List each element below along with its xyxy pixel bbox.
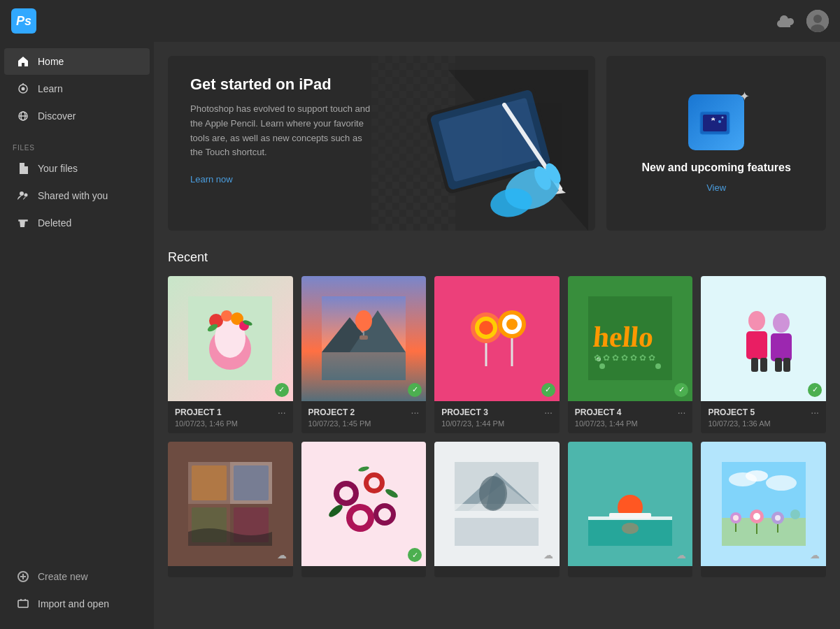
- file-thumb-project10: ☁: [701, 442, 826, 567]
- file-thumb-project4: hello ✿ ✿ ✿ ✿ ✿ ✿ ✿ ✓: [568, 276, 693, 401]
- svg-point-9: [20, 191, 24, 196]
- sidebar-learn-label: Learn: [38, 83, 63, 94]
- file-card-project10[interactable]: ☁: [701, 442, 826, 578]
- file-card-project8[interactable]: ☁: [434, 442, 560, 578]
- sidebar-shared-label: Shared with you: [38, 190, 108, 201]
- svg-rect-45: [322, 352, 406, 380]
- sidebar-files-section: FILES Your files S: [0, 136, 154, 243]
- cloud-sync-icon[interactable]: [774, 10, 797, 32]
- file-header-2: PROJECT 2 ···: [308, 407, 420, 418]
- svg-point-4: [22, 87, 25, 91]
- file-status-check-7: ✓: [408, 548, 422, 562]
- file-status-check-3: ✓: [541, 383, 555, 397]
- svg-rect-48: [360, 335, 368, 340]
- file-card-project1[interactable]: ✓ PROJECT 1 ··· 10/07/23, 1:46 PM: [168, 276, 293, 433]
- svg-rect-78: [234, 465, 269, 500]
- file-thumb-project6: ☁: [168, 442, 293, 567]
- banner-side: ✦ New and upcoming features View: [606, 56, 826, 231]
- sidebar-import-open-button[interactable]: Import and open: [4, 591, 150, 617]
- sidebar-nav-section: Home Learn: [0, 48, 154, 136]
- file-card-project6[interactable]: ☁: [168, 442, 293, 578]
- file-menu-3[interactable]: ···: [544, 407, 553, 418]
- files-section-label: FILES: [0, 136, 154, 154]
- file-status-check-4: ✓: [674, 383, 688, 397]
- sidebar-item-home[interactable]: Home: [4, 48, 150, 75]
- file-date-2: 10/07/23, 1:45 PM: [308, 419, 420, 428]
- banner-area: Get started on iPad Photoshop has evolve…: [168, 56, 826, 231]
- sidebar-item-learn[interactable]: Learn: [4, 75, 150, 102]
- svg-point-110: [746, 470, 768, 482]
- file-card-project4[interactable]: hello ✿ ✿ ✿ ✿ ✿ ✿ ✿ ✓ PROJECT 4 ··· 10/0…: [568, 276, 693, 433]
- files-grid-row1: ✓ PROJECT 1 ··· 10/07/23, 1:46 PM: [168, 276, 826, 433]
- topbar-left: Ps: [11, 8, 36, 34]
- svg-rect-81: [322, 462, 406, 546]
- file-card-project7[interactable]: ✓: [301, 442, 427, 578]
- file-status-check-5: ✓: [808, 383, 822, 397]
- file-card-project2[interactable]: ✓ PROJECT 2 ··· 10/07/23, 1:45 PM: [301, 276, 427, 433]
- svg-point-118: [775, 515, 781, 521]
- file-thumb-project7: ✓: [301, 442, 427, 567]
- svg-rect-72: [783, 358, 790, 372]
- file-thumb-project5: ✓: [701, 276, 826, 401]
- user-avatar[interactable]: [806, 10, 829, 32]
- svg-point-46: [355, 310, 372, 331]
- files-grid-row2: ☁: [168, 442, 826, 578]
- file-info-project1: PROJECT 1 ··· 10/07/23, 1:46 PM: [168, 401, 293, 433]
- svg-rect-71: [775, 358, 782, 372]
- plus-icon: [17, 570, 29, 583]
- svg-point-32: [722, 117, 724, 119]
- svg-rect-66: [746, 331, 767, 359]
- file-menu-5[interactable]: ···: [811, 407, 819, 418]
- recent-title: Recent: [168, 250, 826, 265]
- file-header-5: PROJECT 5 ···: [708, 407, 819, 418]
- sidebar-bottom: Create new Import and open: [0, 557, 154, 623]
- learn-icon: [17, 82, 29, 95]
- file-card-project3[interactable]: ✓ PROJECT 3 ··· 10/07/23, 1:44 PM: [434, 276, 560, 433]
- svg-text:hello: hello: [592, 321, 655, 353]
- file-thumb-project1: ✓: [168, 276, 293, 401]
- file-info-project6: [168, 566, 293, 577]
- file-info-project3: PROJECT 3 ··· 10/07/23, 1:44 PM: [434, 401, 560, 433]
- svg-rect-15: [18, 600, 28, 607]
- create-new-label: Create new: [38, 571, 88, 582]
- svg-point-67: [773, 313, 790, 333]
- file-thumb-project3: ✓: [434, 276, 560, 401]
- banner-view-link[interactable]: View: [706, 182, 726, 193]
- shared-icon: [17, 189, 29, 202]
- file-card-project9[interactable]: ☁: [568, 442, 693, 578]
- sidebar-create-new-button[interactable]: Create new: [4, 563, 150, 590]
- file-menu-2[interactable]: ···: [411, 407, 420, 418]
- file-name-4: PROJECT 4: [575, 407, 622, 417]
- sparkle-icon: ✦: [739, 89, 750, 104]
- file-info-project9: [568, 566, 693, 577]
- svg-point-59: [599, 363, 605, 369]
- new-features-icon: ✦: [688, 94, 744, 150]
- file-menu-4[interactable]: ···: [678, 407, 686, 418]
- file-menu-1[interactable]: ···: [278, 407, 286, 418]
- sidebar-item-your-files[interactable]: Your files: [4, 155, 150, 182]
- file-status-cloud-6: ☁: [275, 548, 289, 562]
- import-open-label: Import and open: [38, 598, 109, 609]
- file-name-2: PROJECT 2: [308, 407, 355, 417]
- sidebar-item-shared-with-you[interactable]: Shared with you: [4, 182, 150, 209]
- banner-main: Get started on iPad Photoshop has evolve…: [168, 56, 595, 231]
- sidebar-item-discover[interactable]: Discover: [4, 103, 150, 129]
- svg-rect-69: [751, 358, 758, 372]
- file-info-project2: PROJECT 2 ··· 10/07/23, 1:45 PM: [301, 401, 427, 433]
- svg-point-31: [718, 120, 721, 123]
- svg-point-116: [753, 513, 760, 520]
- svg-point-89: [378, 508, 391, 521]
- file-date-4: 10/07/23, 1:44 PM: [575, 419, 686, 428]
- svg-point-85: [369, 477, 380, 489]
- banner-main-text: Get started on iPad Photoshop has evolve…: [190, 75, 573, 211]
- sidebar-item-deleted[interactable]: Deleted: [4, 210, 150, 236]
- file-header-3: PROJECT 3 ···: [441, 407, 553, 418]
- import-icon: [17, 598, 29, 610]
- file-header-1: PROJECT 1 ···: [175, 407, 286, 418]
- banner-learn-now-link[interactable]: Learn now: [190, 174, 233, 185]
- svg-point-114: [733, 515, 739, 521]
- svg-point-83: [339, 486, 353, 500]
- svg-text:✿ ✿ ✿ ✿ ✿ ✿ ✿: ✿ ✿ ✿ ✿ ✿ ✿ ✿: [594, 353, 655, 363]
- file-status-cloud-9: ☁: [674, 548, 688, 562]
- file-card-project5[interactable]: ✓ PROJECT 5 ··· 10/07/23, 1:36 AM: [701, 276, 826, 433]
